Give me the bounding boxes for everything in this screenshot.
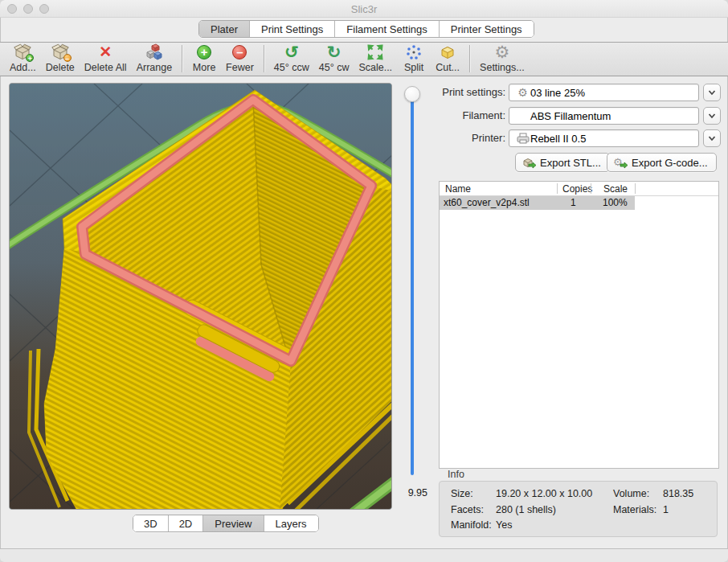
layer-slider-handle[interactable] [404,86,420,102]
print-settings-dropdown-button[interactable] [703,84,721,101]
cell-copies: 1 [571,197,576,208]
window-title: Slic3r [0,3,728,15]
more-button[interactable]: + More [187,42,221,75]
filament-row: Filament: ABS Fillamentum [438,107,721,125]
info-section-title: Info [448,469,464,480]
rotate-ccw-icon: ↺ [280,43,304,62]
add-box-plus-icon: + [10,43,35,62]
gear-icon: ⚙ [515,87,530,98]
printer-value: Rebell II 0.5 [530,133,586,145]
tab-printer-settings[interactable]: Printer Settings [440,21,534,37]
cut-button[interactable]: Cut... [431,42,464,75]
minus-badge-icon: – [63,54,72,62]
toolbar-separator [182,45,182,72]
layer-slider-column: 9.95 [393,83,434,510]
arrange-cubes-icon [142,43,166,62]
print-settings-select[interactable]: ⚙ 03 line 25% [509,84,699,101]
layer-slider-track[interactable] [411,94,414,475]
tab-plater[interactable]: Plater [199,21,250,37]
layer-height-value: 9.95 [408,487,427,498]
split-dots-icon [402,43,426,62]
tab-print-settings[interactable]: Print Settings [250,21,335,37]
rotate-cw-button[interactable]: ↻ 45° cw [314,42,354,75]
slic3r-window: Slic3r Plater Print Settings Filament Se… [0,0,728,562]
delete-box-minus-icon: – [48,43,72,62]
volume-value: 818.35 [663,488,693,499]
column-header-scale[interactable]: Scale [603,183,628,195]
filament-select[interactable]: ABS Fillamentum [509,107,699,125]
printer-row: Printer: Rebell II 0.5 [438,129,721,147]
arrange-button[interactable]: Arrange [132,42,177,75]
objects-table-header: Name Copies Scale [440,182,718,196]
printer-icon [515,133,530,144]
rotate-cw-icon: ↻ [322,43,346,62]
plater-preview-scene [10,84,392,510]
table-row-selected[interactable]: xt60_cover_v2p4.stl 1 100% [440,196,635,210]
filament-value: ABS Fillamentum [530,110,611,122]
view-tab-layers[interactable]: Layers [264,515,318,531]
info-panel: Size: 19.20 x 12.00 x 10.00 Volume: 818.… [439,481,718,537]
column-header-name[interactable]: Name [445,183,471,195]
view-tab-bar: 3D 2D Preview Layers [133,515,319,532]
green-plus-circle-icon: + [192,43,216,62]
size-label: Size: [451,488,473,499]
title-bar[interactable]: Slic3r [0,0,728,18]
red-x-icon: ✕ [93,43,117,62]
column-header-copies[interactable]: Copies [562,183,592,195]
materials-label: Materials: [613,504,656,515]
view-tab-preview[interactable]: Preview [203,515,264,531]
scale-arrows-icon [363,43,387,62]
plus-badge-icon: + [26,54,34,62]
print-settings-label: Print settings: [438,86,505,98]
chevron-down-icon [707,88,717,97]
printer-dropdown-button[interactable] [703,129,721,147]
export-stl-icon [521,156,536,169]
print-settings-value: 03 line 25% [530,87,585,99]
export-gcode-label: Export G-code... [632,157,708,169]
volume-label: Volume: [613,488,649,499]
main-tab-bar: Plater Print Settings Filament Settings … [198,20,534,38]
printer-select[interactable]: Rebell II 0.5 [509,129,699,147]
export-stl-button[interactable]: Export STL... [515,153,610,172]
delete-button[interactable]: – Delete [41,42,80,75]
rotate-ccw-button[interactable]: ↺ 45° ccw [269,42,314,75]
cut-cube-icon [436,43,460,62]
printer-label: Printer: [438,132,505,144]
window-footer [0,549,728,562]
toolbar: + Add... – Delete ✕ Delete All Arrange +… [0,42,728,76]
column-separator [635,183,636,194]
settings-button[interactable]: ⚙ Settings... [475,42,530,75]
cell-name: xt60_cover_v2p4.stl [444,197,530,208]
view-tab-2d[interactable]: 2D [169,515,204,531]
split-button[interactable]: Split [397,42,431,75]
gear-icon: ⚙ [490,43,514,62]
delete-all-button[interactable]: ✕ Delete All [80,42,132,75]
chevron-down-icon [707,111,717,121]
tab-filament-settings[interactable]: Filament Settings [335,21,439,37]
toolbar-separator [469,45,470,72]
manifold-label: Manifold: [451,519,492,531]
column-separator [557,183,558,194]
right-panel: Print settings: ⚙ 03 line 25% Filament: … [438,83,721,538]
manifold-value: Yes [496,519,512,531]
chevron-down-icon [707,133,717,143]
materials-value: 1 [663,504,669,515]
cell-scale: 100% [603,197,628,208]
3d-viewport[interactable] [9,83,392,510]
fewer-button[interactable]: – Fewer [221,42,259,75]
column-separator [591,183,591,194]
toolbar-separator [264,45,264,72]
facets-label: Facets: [451,504,484,515]
add-button[interactable]: + Add... [5,42,41,75]
size-value: 19.20 x 12.00 x 10.00 [496,488,592,499]
objects-table[interactable]: Name Copies Scale xt60_cover_v2p4.stl 1 … [439,181,719,469]
view-tab-3d[interactable]: 3D [133,515,169,531]
scale-button[interactable]: Scale... [354,42,397,75]
print-settings-row: Print settings: ⚙ 03 line 25% [438,84,721,101]
export-gcode-icon: ⚙ [613,156,628,169]
export-stl-label: Export STL... [540,157,601,169]
facets-value: 280 (1 shells) [496,504,556,515]
filament-dropdown-button[interactable] [703,107,721,125]
red-minus-circle-icon: – [227,43,252,62]
export-gcode-button[interactable]: ⚙ Export G-code... [607,153,717,172]
